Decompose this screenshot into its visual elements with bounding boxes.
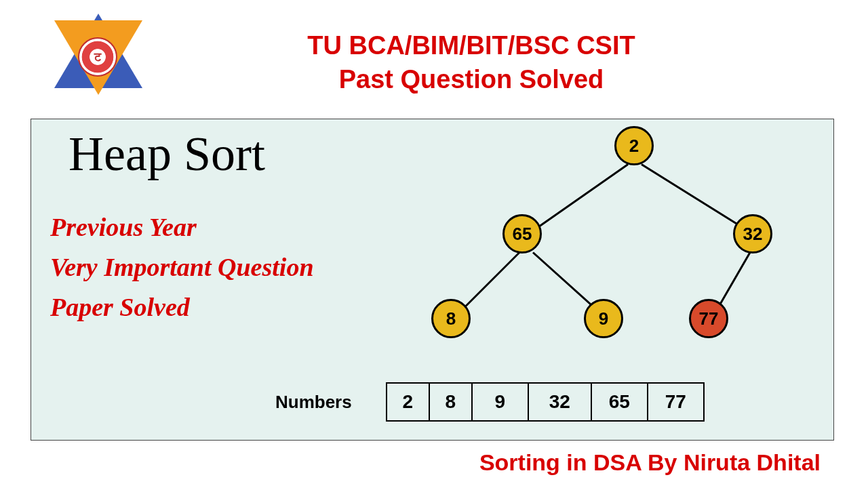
subtext-line-3: Paper Solved	[50, 287, 314, 327]
header: ट TU BCA/BIM/BIT/BSC CSIT Past Question …	[0, 0, 868, 108]
array-cell: 32	[528, 382, 592, 422]
numbers-label: Numbers	[275, 392, 352, 413]
tree-node: 32	[733, 214, 772, 253]
subtext-block: Previous Year Very Important Question Pa…	[50, 207, 314, 327]
subtext-line-2: Very Important Question	[50, 247, 314, 287]
numbers-array: 2 8 9 32 65 77	[386, 382, 705, 422]
footer-credit: Sorting in DSA By Niruta Dhital	[479, 449, 821, 476]
title-line-2: Past Question Solved	[156, 63, 787, 96]
title-line-1: TU BCA/BIM/BIT/BSC CSIT	[156, 29, 787, 62]
array-cell: 65	[591, 382, 648, 422]
tree-node-root: 2	[614, 126, 654, 165]
page-title: TU BCA/BIM/BIT/BSC CSIT Past Question So…	[156, 19, 841, 96]
content-panel: Heap Sort Previous Year Very Important Q…	[31, 119, 834, 441]
array-cell: 77	[647, 382, 705, 422]
tree-node: 65	[502, 214, 542, 253]
heap-tree-diagram: 2 65 32 8 9 77	[425, 126, 825, 350]
tree-node: 9	[584, 299, 623, 338]
tree-node-highlight: 77	[689, 299, 728, 338]
array-cell: 8	[429, 382, 473, 422]
array-cell: 2	[386, 382, 430, 422]
tree-node: 8	[431, 299, 471, 338]
subtext-line-1: Previous Year	[50, 207, 314, 247]
logo-center-seal: ट	[78, 37, 117, 77]
heap-sort-heading: Heap Sort	[68, 126, 265, 182]
numbers-area: Numbers 2 8 9 32 65 77	[275, 382, 705, 422]
university-logo: ट	[41, 7, 156, 108]
array-cell: 9	[471, 382, 529, 422]
